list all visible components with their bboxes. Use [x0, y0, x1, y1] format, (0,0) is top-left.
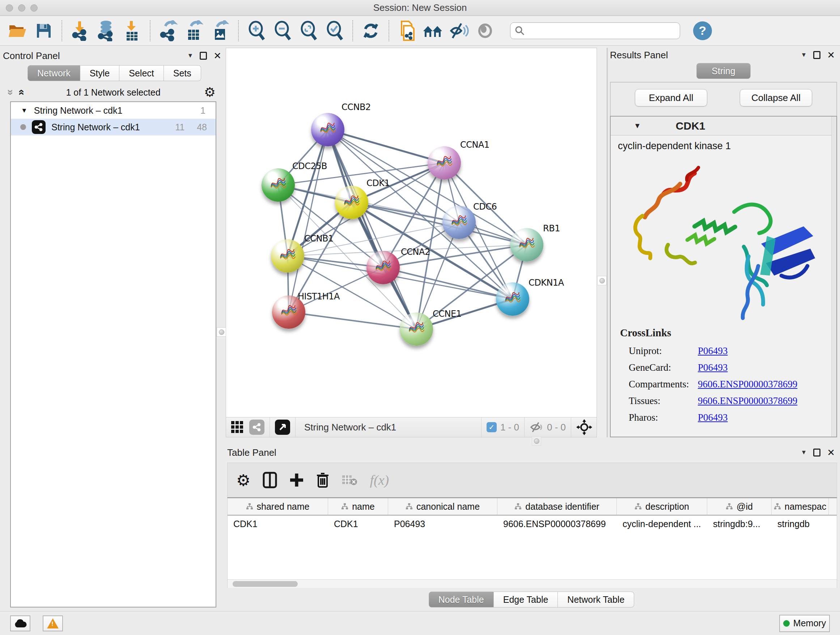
string-results-list: ▼ CDK1 cyclin-dependent kinase 1 [610, 116, 837, 437]
network-node-CCNB2[interactable] [311, 113, 344, 146]
network-row[interactable]: String Network – cdk1 11 48 [11, 119, 216, 135]
crosslink-link[interactable]: 9606.ENSP00000378699 [698, 393, 797, 409]
collapse-all-button[interactable]: Collapse All [740, 89, 812, 106]
import-network-database-button[interactable] [95, 19, 117, 42]
network-edge[interactable] [328, 130, 416, 329]
panel-float-icon[interactable] [200, 52, 207, 60]
table-panel-header: Table Panel ▼ ✕ [227, 445, 837, 461]
network-node-CDK1[interactable] [335, 186, 368, 219]
string-view-toggle-button[interactable] [249, 420, 264, 435]
network-node-RB1[interactable] [510, 228, 543, 261]
scrollbar-thumb[interactable] [233, 581, 298, 587]
column-header-shared-name[interactable]: shared name [227, 498, 328, 515]
panel-menu-icon[interactable]: ▼ [801, 449, 807, 456]
expand-all-button[interactable]: Expand All [635, 89, 707, 106]
panel-float-icon[interactable] [813, 448, 821, 456]
center-view-crosshair-icon[interactable] [576, 419, 592, 435]
crosslink-link[interactable]: 9606.ENSP00000378699 [698, 376, 797, 393]
table-row[interactable]: CDK1CDK1P064939606.ENSP00000378699cyclin… [227, 516, 837, 532]
tab-style[interactable]: Style [80, 65, 120, 81]
column-header-database-identifier[interactable]: database identifier [497, 498, 617, 515]
string-home-button[interactable] [422, 19, 444, 42]
save-session-button[interactable] [33, 19, 55, 42]
panel-menu-icon[interactable]: ▼ [801, 51, 807, 59]
import-network-file-button[interactable] [69, 19, 91, 42]
panel-close-icon[interactable]: ✕ [827, 50, 835, 61]
add-column-icon[interactable] [289, 473, 304, 487]
table-cell: cyclin-dependent ... [617, 519, 707, 529]
result-entry-header[interactable]: ▼ CDK1 [611, 117, 836, 135]
selected-checkbox-icon[interactable]: ✓ [486, 422, 497, 432]
splitter-handle[interactable] [597, 276, 607, 285]
grid-view-icon[interactable] [231, 420, 244, 434]
network-collection-row[interactable]: ▼ String Network – cdk1 1 [11, 102, 216, 119]
canvas-table-splitter[interactable] [226, 437, 837, 445]
search-input[interactable] [528, 24, 676, 38]
network-node-CDC6[interactable] [442, 206, 476, 239]
database-import-icon [96, 20, 115, 41]
network-node-CCNA1[interactable] [428, 146, 461, 180]
tab-network[interactable]: Network [27, 65, 80, 81]
tab-edge-table[interactable]: Edge Table [494, 592, 558, 608]
column-header-canonical-name[interactable]: canonical name [388, 498, 497, 515]
panel-close-icon[interactable]: ✕ [213, 50, 221, 62]
table-horizontal-scrollbar[interactable] [227, 579, 837, 588]
refresh-button[interactable] [360, 19, 382, 42]
export-network-button[interactable] [157, 19, 180, 42]
results-scrollbar[interactable] [831, 117, 836, 437]
zoom-fit-button[interactable] [297, 19, 320, 42]
zoom-selected-button[interactable] [324, 19, 346, 42]
network-node-CDKN1A[interactable] [496, 282, 529, 316]
crosslink-link[interactable]: P06493 [698, 409, 728, 426]
tab-node-table[interactable]: Node Table [429, 592, 494, 608]
column-header-namespac[interactable]: namespac [772, 498, 829, 515]
show-columns-icon[interactable] [263, 472, 277, 488]
collection-collapse-icon[interactable]: ▼ [21, 107, 27, 114]
network-node-CCNA2[interactable] [366, 251, 400, 284]
tab-sets[interactable]: Sets [164, 65, 201, 81]
import-table-file-button[interactable] [121, 19, 143, 42]
network-options-gear-icon[interactable]: ⚙ [204, 85, 216, 100]
panel-float-icon[interactable] [813, 51, 821, 59]
network-edge[interactable] [289, 130, 328, 312]
table-options-gear-icon[interactable]: ⚙ [236, 471, 250, 489]
column-header-@id[interactable]: @id [707, 498, 772, 515]
crosslink-link[interactable]: P06493 [698, 342, 728, 359]
help-button[interactable]: ? [693, 21, 712, 40]
tab-network-table[interactable]: Network Table [558, 592, 634, 608]
crosslink-link[interactable]: P06493 [698, 359, 728, 376]
main-toolbar: ? [0, 16, 840, 46]
cloud-status-button[interactable] [10, 616, 30, 631]
network-node-CDC25B[interactable] [262, 168, 295, 202]
export-image-button[interactable] [209, 19, 232, 42]
crosslinks-section: CrossLinks Uniprot:P06493GeneCard:P06493… [611, 324, 836, 437]
column-header-description[interactable]: description [617, 498, 707, 515]
export-table-button[interactable] [183, 19, 205, 42]
network-node-CCNB1[interactable] [271, 239, 304, 272]
delete-column-trash-icon[interactable] [316, 472, 329, 488]
enhanced-graphics-toggle-button[interactable] [448, 19, 470, 42]
left-splitter-handle[interactable] [217, 327, 226, 337]
open-session-button[interactable] [6, 19, 29, 42]
column-header-name[interactable]: name [328, 498, 388, 515]
network-selection-status: 1 of 1 Network selected [3, 87, 224, 98]
canvas-results-splitter[interactable] [597, 48, 608, 437]
network-node-CCNE1[interactable] [400, 312, 433, 346]
clone-network-button[interactable] [396, 19, 418, 42]
column-type-icon [341, 503, 348, 510]
panel-close-icon[interactable]: ✕ [827, 447, 835, 458]
network-canvas[interactable]: CCNB2CCNA1CDC25BCDK1CDC6RB1CCNB1CCNA2CDK… [226, 48, 597, 417]
panel-menu-icon[interactable]: ▼ [187, 52, 193, 59]
memory-label: Memory [793, 618, 826, 629]
zoom-out-button[interactable] [271, 19, 294, 42]
results-tab-string[interactable]: String [696, 63, 751, 79]
network-edge[interactable] [289, 312, 416, 329]
zoom-in-button[interactable] [245, 19, 268, 42]
global-search-box[interactable] [510, 22, 680, 39]
tab-select[interactable]: Select [119, 65, 164, 81]
warnings-button[interactable]: ! [43, 616, 63, 631]
entry-collapse-icon[interactable]: ▼ [634, 122, 641, 130]
birds-eye-view-button[interactable] [275, 420, 290, 435]
memory-button[interactable]: Memory [779, 615, 830, 632]
show-graphics-button[interactable] [474, 19, 496, 42]
